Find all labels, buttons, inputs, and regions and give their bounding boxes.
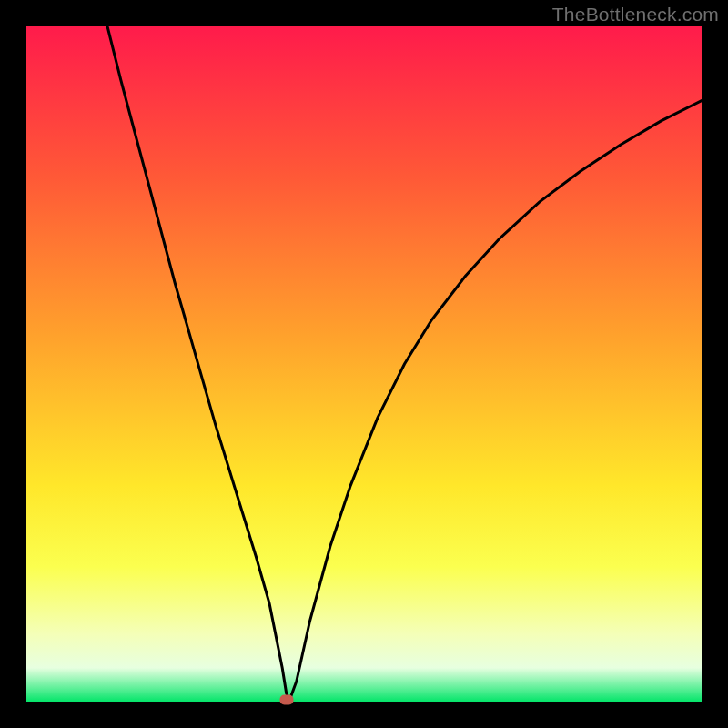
- chart-plot-area: [26, 26, 702, 702]
- watermark-text: TheBottleneck.com: [552, 4, 719, 25]
- optimal-point-marker: [279, 694, 293, 704]
- bottleneck-curve: [26, 26, 702, 702]
